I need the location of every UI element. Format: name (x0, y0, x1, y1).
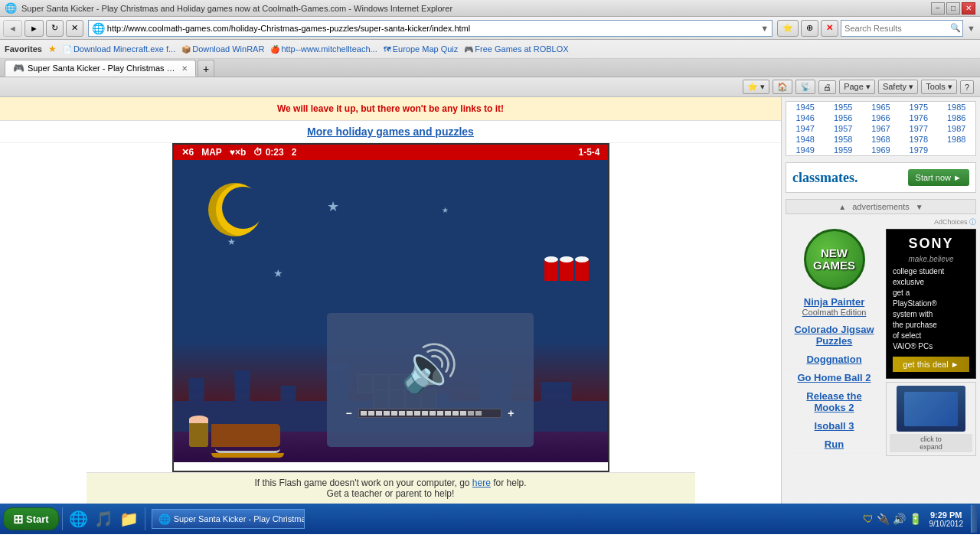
maximize-button[interactable]: □ (946, 2, 960, 15)
page-btn[interactable]: Page ▾ (839, 80, 875, 94)
start-button[interactable]: ⊞ Start (3, 507, 59, 530)
volume-minus-button[interactable]: − (346, 407, 352, 419)
game-scene[interactable]: ★ ★ ★ ★ (174, 160, 608, 462)
refresh-button[interactable]: ↻ (46, 20, 64, 37)
sidebar-link-run[interactable]: Run (786, 435, 883, 454)
volume-track[interactable] (358, 409, 502, 418)
taskbar: ⊞ Start 🌐 🎵 📁 🌐 Super Santa Kicker - Pla… (0, 504, 980, 534)
year-1977[interactable]: 1977 (900, 123, 937, 134)
year-1985[interactable]: 1985 (937, 102, 975, 113)
year-1945[interactable]: 1945 (786, 102, 825, 113)
new-tab-button[interactable]: + (198, 60, 214, 77)
sony-deal-button[interactable]: get this deal ► (893, 357, 969, 372)
game-canvas[interactable]: ✕6 MAP ♥×b ⏱ 0:23 2 1-5-4 ★ ★ ★ (172, 143, 609, 472)
new-games-circle[interactable]: NEWGAMES (804, 229, 865, 290)
tab-santa-kicker[interactable]: 🎮 Super Santa Kicker - Play Christmas an… (5, 60, 196, 77)
tab-close-button[interactable]: ✕ (181, 64, 188, 73)
year-1979[interactable]: 1979 (900, 145, 937, 156)
sony-ad-column: SONY make.believe college student exclus… (886, 229, 976, 459)
ninja-painter-subtitle: Coolmath Edition (789, 308, 880, 317)
volume-icon: 🔊 (401, 341, 459, 396)
address-go[interactable]: ▼ (760, 24, 769, 33)
fav-roblox[interactable]: 🎮 Free Games at ROBLOX (464, 44, 568, 54)
vol-bar-10 (430, 411, 436, 416)
address-input[interactable] (107, 24, 760, 33)
year-1965[interactable]: 1965 (862, 102, 900, 113)
taskbar-ie-icon[interactable]: 🌐 (66, 508, 91, 530)
fav-mitchell[interactable]: 🍎 http--www.mitchellteach... (270, 44, 377, 54)
taskbar-item-ie[interactable]: 🌐 Super Santa Kicker - Play Christmas an… (152, 509, 305, 529)
year-1946[interactable]: 1946 (786, 112, 825, 123)
print-btn[interactable]: 🖨 (818, 80, 836, 94)
year-1947[interactable]: 1947 (786, 123, 825, 134)
ads-expand-arrow[interactable]: ▼ (916, 203, 923, 211)
year-1987[interactable]: 1987 (937, 123, 975, 134)
volume-plus-button[interactable]: + (508, 407, 514, 419)
clock[interactable]: 9:29 PM 9/10/2012 (925, 509, 969, 530)
more-games-link[interactable]: More holiday games and puzzles (307, 126, 474, 138)
year-1975[interactable]: 1975 (900, 102, 937, 113)
clock-time: 9:29 PM (929, 510, 964, 520)
help-btn[interactable]: ? (960, 80, 974, 94)
systray-icons: 🛡 🔌 🔊 🔋 (863, 513, 922, 525)
forward-button[interactable]: ► (24, 20, 44, 37)
search-icon[interactable]: 🔍 (950, 23, 961, 33)
year-1955[interactable]: 1955 (825, 102, 862, 113)
year-1957[interactable]: 1957 (825, 123, 862, 134)
year-1958[interactable]: 1958 (825, 134, 862, 145)
favorite-tools-btn[interactable]: ⭐ ▾ (743, 80, 769, 94)
year-1949[interactable]: 1949 (786, 145, 825, 156)
feed-btn[interactable]: 📡 (795, 80, 815, 94)
nav-extra1[interactable]: ⭐ (777, 20, 799, 37)
sidebar-link-go-home-ball[interactable]: Go Home Ball 2 (786, 369, 883, 387)
year-1976[interactable]: 1976 (900, 112, 937, 123)
taskbar-media-icon[interactable]: 🎵 (91, 508, 116, 530)
click-expand-label[interactable]: click toexpand (890, 434, 972, 452)
browser-favicon: 🌐 (5, 2, 17, 14)
ads-collapse-arrow[interactable]: ▲ (838, 203, 846, 211)
search-dropdown[interactable]: ▼ (965, 22, 977, 34)
sidebar-link-isoball[interactable]: Isoball 3 (786, 417, 883, 435)
nav-stop2[interactable]: ✕ (821, 20, 838, 37)
back-button[interactable]: ◄ (3, 20, 22, 37)
vol-bar-6 (399, 411, 405, 416)
classmates-start-button[interactable]: Start now ► (908, 169, 969, 186)
year-1978[interactable]: 1978 (900, 134, 937, 145)
sidebar-link-release-mooks[interactable]: Release theMooks 2 (786, 387, 883, 417)
game-links-column: NEWGAMES Ninja Painter Coolmath Edition … (786, 229, 883, 459)
stop-button[interactable]: ✕ (66, 20, 83, 37)
volume-overlay[interactable]: 🔊 − (327, 313, 534, 447)
systray-shield-icon[interactable]: 🛡 (863, 513, 874, 525)
year-1956[interactable]: 1956 (825, 112, 862, 123)
search-input[interactable] (844, 24, 950, 33)
safety-btn[interactable]: Safety ▾ (878, 80, 918, 94)
sidebar-link-ninja-painter[interactable]: Ninja Painter Coolmath Edition (786, 293, 883, 321)
taskbar-folder-icon[interactable]: 📁 (116, 508, 142, 530)
year-1968[interactable]: 1968 (862, 134, 900, 145)
year-1959[interactable]: 1959 (825, 145, 862, 156)
year-1966[interactable]: 1966 (862, 112, 900, 123)
vol-bar-2 (368, 411, 374, 416)
sidebar-link-colorado-jigsaw[interactable]: Colorado JigsawPuzzles (786, 321, 883, 350)
minimize-button[interactable]: − (931, 2, 945, 15)
sidebar-link-doggnation[interactable]: Doggnation (786, 350, 883, 369)
nav-extra2[interactable]: ⊕ (801, 20, 818, 37)
year-1969[interactable]: 1969 (862, 145, 900, 156)
game-stat-xb: ✕6 (181, 147, 194, 158)
systray-power-icon[interactable]: 🔋 (909, 513, 922, 525)
year-1988[interactable]: 1988 (937, 134, 975, 145)
adchoices-text: AdChoices (934, 218, 968, 226)
show-desktop-button[interactable] (971, 505, 977, 533)
fav-minecraft[interactable]: 📄 Download Minecraft.exe f... (63, 44, 175, 54)
close-button[interactable]: ✕ (962, 2, 975, 15)
fav-winrar[interactable]: 📦 Download WinRAR (181, 44, 264, 54)
year-1986[interactable]: 1986 (937, 112, 975, 123)
systray-volume-icon[interactable]: 🔊 (893, 513, 906, 525)
fav-europe-quiz[interactable]: 🗺 Europe Map Quiz (384, 44, 459, 54)
systray-network-icon[interactable]: 🔌 (877, 513, 890, 525)
year-1948[interactable]: 1948 (786, 134, 825, 145)
year-1967[interactable]: 1967 (862, 123, 900, 134)
tools-btn[interactable]: Tools ▾ (921, 80, 957, 94)
home-btn[interactable]: 🏠 (773, 80, 792, 94)
flash-help-link[interactable]: here (472, 478, 491, 488)
